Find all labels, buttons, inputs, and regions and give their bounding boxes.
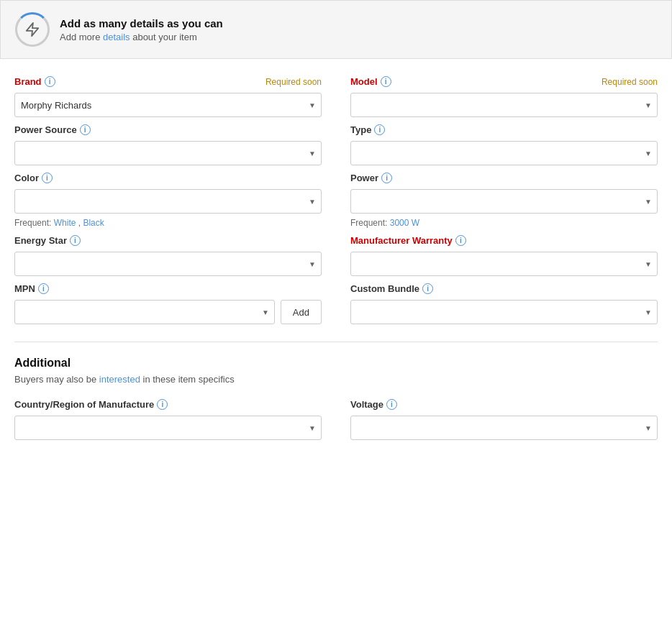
field-type: Type i ▼: [350, 124, 658, 165]
mpn-select-wrapper: ▼: [14, 300, 275, 324]
brand-required-soon: Required soon: [265, 77, 322, 87]
field-voltage: Voltage i ▼: [350, 399, 658, 440]
type-select[interactable]: [350, 141, 658, 165]
color-frequent-black[interactable]: Black: [83, 218, 104, 228]
header-title: Add as many details as you can: [60, 17, 223, 29]
energy-star-select[interactable]: [14, 252, 322, 276]
power-source-info-icon[interactable]: i: [80, 124, 91, 135]
power-label: Power i: [350, 173, 392, 183]
power-select[interactable]: 3000 W: [350, 189, 658, 214]
row-powersource-type: Power Source i ▼ Type i: [14, 124, 658, 165]
field-energy-star: Energy Star i ▼: [14, 235, 322, 276]
country-region-select-wrapper: ▼: [14, 416, 322, 440]
power-source-label: Power Source i: [14, 124, 91, 135]
custom-bundle-select[interactable]: [350, 300, 658, 324]
mpn-label-row: MPN i: [14, 283, 322, 294]
power-source-select[interactable]: [14, 141, 322, 165]
brand-info-icon[interactable]: i: [45, 76, 55, 87]
model-label: Model i: [350, 76, 391, 87]
energy-star-label-row: Energy Star i: [14, 235, 322, 246]
field-custom-bundle: Custom Bundle i ▼: [350, 283, 658, 324]
additional-subtitle: Buyers may also be interested in these i…: [14, 374, 658, 385]
additional-subtitle-link: interested: [99, 374, 140, 385]
svg-marker-0: [27, 23, 39, 36]
type-info-icon[interactable]: i: [374, 124, 385, 135]
power-info-icon[interactable]: i: [381, 173, 392, 183]
brand-label-row: Brand i Required soon: [14, 76, 322, 87]
voltage-select-wrapper: ▼: [350, 416, 658, 440]
row-energystar-warranty: Energy Star i ▼ Manufacturer Warranty i: [14, 235, 658, 276]
field-brand: Brand i Required soon Morphy Richards Ph…: [14, 76, 322, 117]
header-subtitle: Add more details about your item: [60, 32, 223, 42]
section-divider: [14, 342, 658, 342]
color-frequent-white[interactable]: White: [54, 218, 76, 228]
color-select[interactable]: White Black: [14, 189, 322, 214]
voltage-info-icon[interactable]: i: [386, 399, 397, 410]
row-country-voltage: Country/Region of Manufacture i ▼ Voltag…: [14, 399, 658, 440]
brand-select-wrapper: Morphy Richards Philips Bosch Dyson Sams…: [14, 93, 322, 117]
color-label-row: Color i: [14, 173, 322, 183]
voltage-label-row: Voltage i: [350, 399, 658, 410]
lightning-icon: [24, 22, 40, 37]
color-label: Color i: [14, 173, 53, 183]
header-subtitle-link: details: [103, 32, 130, 42]
row-mpn-custombundle: MPN i ▼ Add Custom Bundle i: [14, 283, 658, 324]
field-power: Power i 3000 W ▼ Frequent: 3000 W: [350, 173, 658, 228]
manufacturer-warranty-label: Manufacturer Warranty i: [350, 235, 466, 246]
energy-star-select-wrapper: ▼: [14, 252, 322, 276]
power-select-wrapper: 3000 W ▼: [350, 189, 658, 214]
custom-bundle-label-row: Custom Bundle i: [350, 283, 658, 294]
country-region-select[interactable]: [14, 416, 322, 440]
color-info-icon[interactable]: i: [42, 173, 53, 183]
custom-bundle-select-wrapper: ▼: [350, 300, 658, 324]
mpn-label: MPN i: [14, 283, 49, 294]
voltage-label: Voltage i: [350, 399, 397, 410]
field-mpn: MPN i ▼ Add: [14, 283, 322, 324]
color-select-wrapper: White Black ▼: [14, 189, 322, 214]
header-text: Add as many details as you can Add more …: [60, 17, 223, 42]
field-color: Color i White Black ▼ Frequent: White , …: [14, 173, 322, 228]
field-model: Model i Required soon ▼: [350, 76, 658, 117]
color-frequent: Frequent: White , Black: [14, 218, 322, 228]
power-label-row: Power i: [350, 173, 658, 183]
row-brand-model: Brand i Required soon Morphy Richards Ph…: [14, 76, 658, 117]
country-region-label-row: Country/Region of Manufacture i: [14, 399, 322, 410]
manufacturer-warranty-select-wrapper: ▼: [350, 252, 658, 276]
type-label: Type i: [350, 124, 385, 135]
mpn-info-icon[interactable]: i: [38, 283, 49, 294]
mpn-add-button[interactable]: Add: [281, 300, 322, 324]
model-select[interactable]: [350, 93, 658, 117]
energy-star-label: Energy Star i: [14, 235, 81, 246]
custom-bundle-label: Custom Bundle i: [350, 283, 433, 294]
header-icon: [15, 12, 50, 47]
model-required-soon: Required soon: [601, 77, 658, 87]
mpn-select[interactable]: [14, 300, 275, 324]
power-frequent: Frequent: 3000 W: [350, 218, 658, 228]
manufacturer-warranty-label-row: Manufacturer Warranty i: [350, 235, 658, 246]
manufacturer-warranty-info-icon[interactable]: i: [455, 235, 466, 246]
type-select-wrapper: ▼: [350, 141, 658, 165]
field-country-region: Country/Region of Manufacture i ▼: [14, 399, 322, 440]
country-region-label: Country/Region of Manufacture i: [14, 399, 168, 410]
brand-label: Brand i: [14, 76, 55, 87]
power-frequent-3000w[interactable]: 3000 W: [390, 218, 419, 228]
voltage-select[interactable]: [350, 416, 658, 440]
model-label-row: Model i Required soon: [350, 76, 658, 87]
model-select-wrapper: ▼: [350, 93, 658, 117]
type-label-row: Type i: [350, 124, 658, 135]
additional-section: Additional Buyers may also be interested…: [14, 357, 658, 440]
field-power-source: Power Source i ▼: [14, 124, 322, 165]
manufacturer-warranty-select[interactable]: [350, 252, 658, 276]
brand-select[interactable]: Morphy Richards Philips Bosch Dyson Sams…: [14, 93, 322, 117]
additional-title: Additional: [14, 357, 658, 370]
row-color-power: Color i White Black ▼ Frequent: White , …: [14, 173, 658, 228]
header-banner: Add as many details as you can Add more …: [0, 0, 672, 59]
power-source-label-row: Power Source i: [14, 124, 322, 135]
power-source-select-wrapper: ▼: [14, 141, 322, 165]
country-region-info-icon[interactable]: i: [157, 399, 168, 410]
energy-star-info-icon[interactable]: i: [70, 235, 81, 246]
form-container: Brand i Required soon Morphy Richards Ph…: [0, 76, 672, 462]
model-info-icon[interactable]: i: [381, 76, 391, 87]
custom-bundle-info-icon[interactable]: i: [422, 283, 433, 294]
field-manufacturer-warranty: Manufacturer Warranty i ▼: [350, 235, 658, 276]
